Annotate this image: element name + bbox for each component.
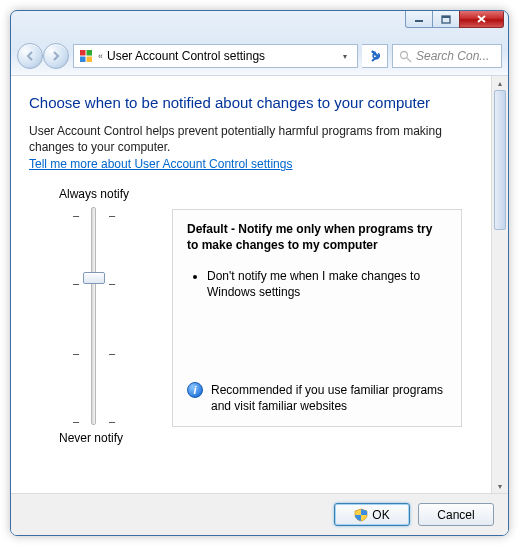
slider-area: Always notify –– –– –– –– Never notify D… [29,187,481,451]
recommendation-row: i Recommended if you use familiar progra… [187,382,447,414]
ok-label: OK [372,508,389,522]
slider-top-label: Always notify [59,187,154,201]
slider-bottom-label: Never notify [59,431,154,445]
level-title: Default - Notify me only when programs t… [187,222,447,253]
button-bar: OK Cancel [11,493,508,535]
svg-text:↻: ↻ [371,49,381,63]
svg-rect-5 [80,57,86,63]
client-area: Choose when to be notified about changes… [11,75,508,493]
svg-point-8 [401,51,408,58]
nav-toolbar: « User Account Control settings ▾ ↻ Sear… [11,37,508,75]
svg-rect-0 [415,20,423,22]
search-icon [399,50,412,63]
level-bullet: Don't notify me when I make changes to W… [207,268,447,300]
cancel-button[interactable]: Cancel [418,503,494,526]
uac-shield-icon [354,508,368,522]
scroll-up-button[interactable]: ▴ [492,76,508,90]
ok-button[interactable]: OK [334,503,410,526]
svg-rect-3 [80,50,86,56]
slider-tick: –– [73,209,115,221]
slider-thumb[interactable] [83,272,105,284]
breadcrumb-text: User Account Control settings [107,49,333,63]
back-button[interactable] [17,43,43,69]
vertical-scrollbar[interactable]: ▴ ▾ [491,76,508,493]
help-link[interactable]: Tell me more about User Account Control … [29,157,292,171]
level-bullets: Don't notify me when I make changes to W… [187,268,447,304]
scrollbar-thumb[interactable] [494,90,506,230]
close-button[interactable] [459,11,504,28]
page-heading: Choose when to be notified about changes… [29,94,481,111]
control-panel-flag-icon [78,48,94,64]
address-bar[interactable]: « User Account Control settings ▾ [73,44,358,68]
level-description-box: Default - Notify me only when programs t… [172,209,462,427]
maximize-button[interactable] [432,11,460,28]
window-titlebar [11,11,508,37]
info-icon: i [187,382,203,398]
minimize-button[interactable] [405,11,433,28]
search-placeholder: Search Con... [416,49,489,63]
breadcrumb-overflow-icon: « [98,51,103,61]
uac-settings-window: « User Account Control settings ▾ ↻ Sear… [10,10,509,536]
cancel-label: Cancel [437,508,474,522]
search-box[interactable]: Search Con... [392,44,502,68]
refresh-button[interactable]: ↻ [362,44,388,68]
svg-rect-6 [87,57,93,63]
forward-button[interactable] [43,43,69,69]
content-pane: Choose when to be notified about changes… [11,76,491,493]
svg-rect-2 [442,16,450,18]
recommendation-text: Recommended if you use familiar programs… [211,382,447,414]
slider-column: Always notify –– –– –– –– Never notify [29,187,154,451]
scroll-down-button[interactable]: ▾ [492,479,508,493]
svg-line-9 [407,58,411,62]
intro-text: User Account Control helps prevent poten… [29,123,459,155]
slider-tick: –– [73,415,115,427]
svg-rect-4 [87,50,93,56]
address-dropdown-icon[interactable]: ▾ [337,52,353,61]
slider-track [91,207,96,425]
slider-tick: –– [73,347,115,359]
notification-slider[interactable]: –– –– –– –– [73,207,154,425]
